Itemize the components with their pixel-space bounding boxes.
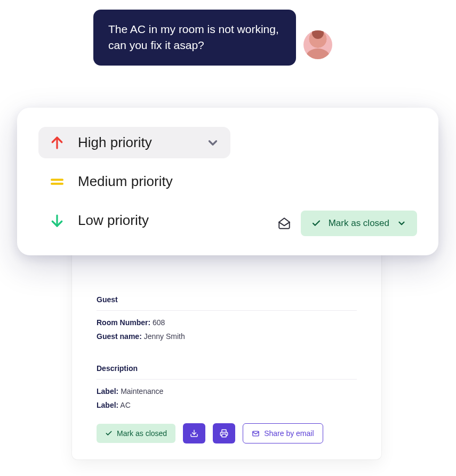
check-icon	[105, 430, 113, 437]
guest-name-value: Jenny Smith	[144, 332, 185, 341]
equals-icon	[49, 174, 65, 190]
description-label-value: Maintenance	[121, 387, 163, 396]
priority-option-high[interactable]: High priority	[38, 127, 230, 158]
description-section-title: Description	[97, 364, 357, 373]
share-by-email-button[interactable]: Share by email	[243, 423, 323, 443]
chat-message-row: The AC in my room is not working, can yo…	[93, 10, 332, 66]
share-by-email-label: Share by email	[264, 429, 314, 438]
divider	[97, 310, 357, 311]
room-number-field: Room Number: 608	[97, 318, 357, 327]
mail-icon	[252, 430, 260, 438]
mark-as-closed-dropdown-button[interactable]: Mark as closed	[301, 211, 417, 236]
priority-option-label: Low priority	[78, 212, 149, 229]
print-button[interactable]	[213, 423, 235, 443]
priority-option-label: Medium priority	[78, 173, 173, 190]
description-label-key: Label:	[97, 387, 118, 396]
guest-chat-bubble: The AC in my room is not working, can yo…	[93, 10, 296, 66]
priority-option-medium[interactable]: Medium priority	[38, 166, 230, 197]
priority-option-label: High priority	[78, 134, 152, 151]
description-label-value: AC	[120, 401, 130, 409]
check-icon	[311, 219, 321, 228]
priority-popover-card: High priority Medium priority Low priori…	[17, 108, 438, 255]
mark-as-closed-label: Mark as closed	[117, 429, 167, 438]
download-button[interactable]	[183, 423, 205, 443]
guest-section-title: Guest	[97, 295, 357, 304]
room-number-label: Room Number:	[97, 318, 150, 327]
chevron-down-icon	[397, 219, 406, 228]
mark-closed-row: Mark as closed	[277, 211, 417, 236]
arrow-up-icon	[49, 135, 65, 151]
mark-as-closed-label: Mark as closed	[329, 218, 389, 229]
download-icon	[190, 429, 198, 438]
guest-avatar	[303, 30, 332, 59]
guest-name-field: Guest name: Jenny Smith	[97, 332, 357, 341]
arrow-down-icon	[49, 213, 65, 229]
guest-name-label: Guest name:	[97, 332, 142, 341]
mail-open-icon	[277, 216, 291, 230]
priority-option-low[interactable]: Low priority	[38, 205, 230, 236]
ticket-action-row: Mark as closed Share by email	[97, 423, 357, 443]
description-label-row: Label: Maintenance	[97, 387, 357, 396]
chevron-down-icon	[206, 136, 220, 150]
guest-message-text: The AC in my room is not working, can yo…	[108, 23, 279, 51]
description-label-key: Label:	[97, 401, 118, 409]
description-label-row: Label: AC	[97, 401, 357, 409]
print-icon	[220, 429, 228, 438]
mark-as-closed-button[interactable]: Mark as closed	[97, 424, 175, 443]
divider	[97, 379, 357, 380]
svg-rect-1	[222, 434, 226, 437]
room-number-value: 608	[153, 318, 165, 327]
